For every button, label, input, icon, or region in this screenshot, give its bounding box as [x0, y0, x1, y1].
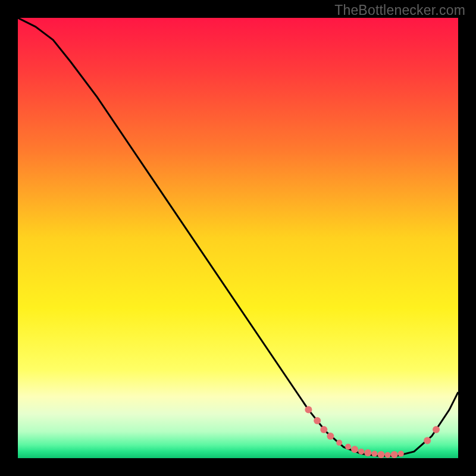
- marker-dot: [378, 451, 385, 458]
- marker-dot: [391, 451, 398, 458]
- marker-dot: [385, 452, 391, 458]
- plot-area: [18, 18, 458, 458]
- marker-dot: [358, 449, 364, 455]
- marker-dot: [314, 417, 321, 424]
- marker-dot: [351, 446, 358, 453]
- marker-dot: [398, 451, 404, 457]
- marker-dot: [320, 426, 327, 433]
- marker-dot: [305, 406, 312, 414]
- marker-dot: [336, 440, 342, 446]
- gradient-background: [18, 18, 458, 458]
- marker-dot: [424, 437, 431, 444]
- marker-dot: [433, 426, 440, 433]
- chart-svg: [18, 18, 458, 458]
- marker-dot: [371, 451, 377, 457]
- watermark-text: TheBottlenecker.com: [334, 2, 465, 18]
- chart-frame: TheBottlenecker.com: [0, 0, 476, 476]
- marker-dot: [345, 444, 351, 450]
- marker-dot: [327, 433, 334, 440]
- marker-dot: [364, 449, 371, 456]
